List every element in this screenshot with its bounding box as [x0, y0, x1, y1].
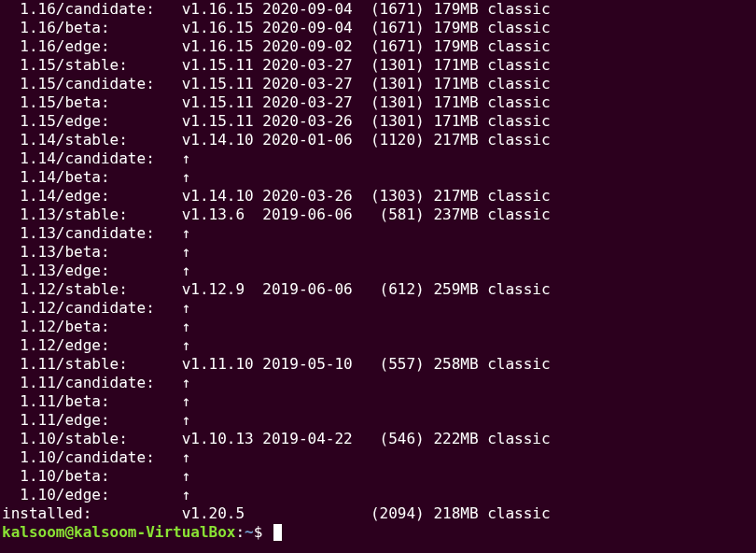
- output-row: 1.16/edge: v1.16.15 2020-09-02 (1671) 17…: [2, 37, 754, 56]
- prompt-line[interactable]: kalsoom@kalsoom-VirtualBox:~$: [2, 523, 754, 542]
- output-row: 1.14/edge: v1.14.10 2020-03-26 (1303) 21…: [2, 187, 754, 206]
- prompt-separator: :: [235, 523, 245, 541]
- output-row: 1.12/edge: ↑: [2, 336, 754, 355]
- output-row: 1.13/stable: v1.13.6 2019-06-06 (581) 23…: [2, 206, 754, 224]
- output-row: 1.13/candidate: ↑: [2, 224, 754, 243]
- output-row: 1.15/candidate: v1.15.11 2020-03-27 (130…: [2, 75, 754, 93]
- output-row: 1.11/stable: v1.11.10 2019-05-10 (557) 2…: [2, 355, 754, 374]
- output-row: 1.11/edge: ↑: [2, 411, 754, 430]
- output-row: 1.11/beta: ↑: [2, 392, 754, 411]
- output-row: 1.12/beta: ↑: [2, 318, 754, 336]
- prompt-dollar: $: [254, 523, 272, 541]
- output-row: 1.10/stable: v1.10.13 2019-04-22 (546) 2…: [2, 430, 754, 448]
- output-row: 1.13/edge: ↑: [2, 262, 754, 280]
- output-row: 1.14/stable: v1.14.10 2020-01-06 (1120) …: [2, 131, 754, 149]
- output-row: installed: v1.20.5 (2094) 218MB classic: [2, 504, 754, 523]
- output-row: 1.13/beta: ↑: [2, 243, 754, 262]
- cursor: [273, 524, 282, 541]
- output-row: 1.15/beta: v1.15.11 2020-03-27 (1301) 17…: [2, 93, 754, 112]
- terminal-output[interactable]: 1.16/candidate: v1.16.15 2020-09-04 (167…: [0, 0, 756, 542]
- output-row: 1.16/candidate: v1.16.15 2020-09-04 (167…: [2, 0, 754, 19]
- output-row: 1.15/edge: v1.15.11 2020-03-26 (1301) 17…: [2, 112, 754, 131]
- output-row: 1.14/beta: ↑: [2, 168, 754, 187]
- output-row: 1.10/edge: ↑: [2, 486, 754, 504]
- prompt-user-host: kalsoom@kalsoom-VirtualBox: [2, 523, 235, 541]
- prompt-path: ~: [245, 523, 254, 541]
- output-row: 1.12/candidate: ↑: [2, 299, 754, 318]
- output-row: 1.14/candidate: ↑: [2, 149, 754, 168]
- output-row: 1.12/stable: v1.12.9 2019-06-06 (612) 25…: [2, 280, 754, 299]
- output-row: 1.10/candidate: ↑: [2, 448, 754, 467]
- output-row: 1.11/candidate: ↑: [2, 374, 754, 392]
- output-row: 1.16/beta: v1.16.15 2020-09-04 (1671) 17…: [2, 19, 754, 37]
- output-row: 1.15/stable: v1.15.11 2020-03-27 (1301) …: [2, 56, 754, 75]
- output-row: 1.10/beta: ↑: [2, 467, 754, 486]
